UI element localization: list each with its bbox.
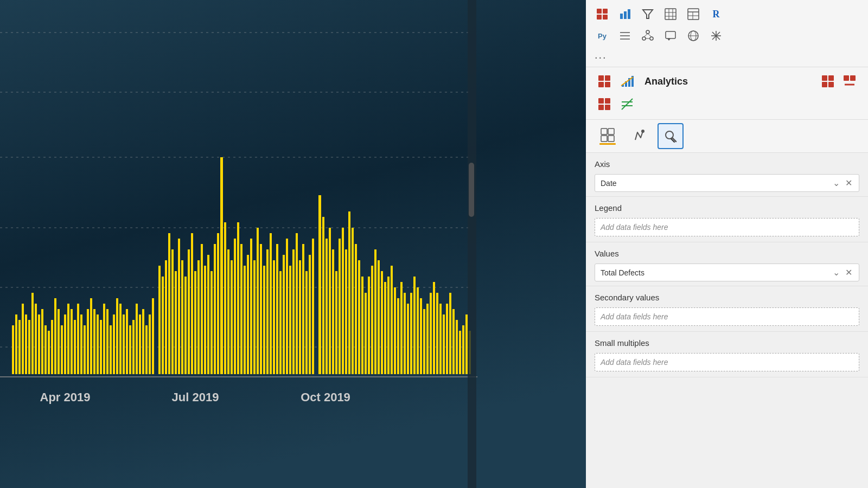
analytics-grid2-icon[interactable] xyxy=(818,72,838,91)
svg-rect-142 xyxy=(459,331,461,374)
fields-tab-icon[interactable] xyxy=(595,123,621,149)
toolbar-more-dots[interactable]: ... xyxy=(592,48,861,62)
svg-rect-7 xyxy=(12,325,14,374)
values-chip[interactable]: Total Defects ⌄ ✕ xyxy=(595,264,859,281)
table-icon[interactable] xyxy=(592,4,612,24)
svg-rect-136 xyxy=(439,304,442,374)
svg-marker-179 xyxy=(667,38,671,41)
network-icon[interactable] xyxy=(638,26,658,46)
svg-rect-76 xyxy=(240,244,242,374)
svg-rect-112 xyxy=(361,277,363,374)
svg-rect-28 xyxy=(80,314,82,374)
svg-rect-14 xyxy=(35,304,37,374)
filter-icon[interactable] xyxy=(638,4,658,24)
svg-rect-75 xyxy=(237,222,239,374)
legend-placeholder[interactable]: Add data fields here xyxy=(595,218,859,236)
svg-rect-197 xyxy=(828,75,834,81)
values-chip-chevron[interactable]: ⌄ xyxy=(832,267,841,278)
svg-point-214 xyxy=(641,130,644,133)
analytics-line-icon[interactable] xyxy=(617,72,637,91)
svg-rect-85 xyxy=(270,233,272,374)
svg-rect-130 xyxy=(420,298,422,374)
svg-rect-55 xyxy=(171,249,174,374)
svg-rect-27 xyxy=(77,304,79,374)
analytics-grid-icon[interactable] xyxy=(595,72,614,91)
axis-chip-chevron[interactable]: ⌄ xyxy=(832,178,841,188)
analytics-tab-icon[interactable] xyxy=(658,123,684,149)
values-label: Values xyxy=(586,242,868,261)
svg-rect-127 xyxy=(410,293,412,374)
table3-icon[interactable] xyxy=(684,4,703,24)
svg-rect-212 xyxy=(601,136,607,142)
svg-rect-30 xyxy=(87,309,89,374)
toolbar-row-1: R xyxy=(592,4,861,24)
svg-line-176 xyxy=(648,34,652,37)
svg-rect-68 xyxy=(214,244,216,374)
svg-rect-66 xyxy=(207,255,209,374)
svg-rect-100 xyxy=(322,217,324,374)
python-icon[interactable]: Py xyxy=(592,26,612,46)
svg-rect-155 xyxy=(603,15,608,20)
axis-chip[interactable]: Date ⌄ ✕ xyxy=(595,174,859,192)
fields-panel: Axis Date ⌄ ✕ Legend Add data fields her… xyxy=(586,153,868,488)
svg-rect-21 xyxy=(58,309,60,374)
chart-bar-icon[interactable] xyxy=(615,4,635,24)
svg-rect-0 xyxy=(0,0,586,488)
svg-rect-115 xyxy=(371,266,373,374)
globe-icon[interactable] xyxy=(684,26,703,46)
svg-rect-200 xyxy=(844,75,849,81)
svg-rect-189 xyxy=(598,82,604,87)
svg-rect-16 xyxy=(41,309,43,374)
svg-rect-123 xyxy=(397,298,399,374)
svg-rect-94 xyxy=(299,260,301,374)
svg-rect-59 xyxy=(184,277,187,374)
svg-rect-131 xyxy=(423,309,425,374)
svg-rect-60 xyxy=(188,249,190,374)
svg-rect-10 xyxy=(22,304,24,374)
axis-chip-close[interactable]: ✕ xyxy=(844,178,853,188)
format-tab-icon[interactable] xyxy=(626,123,652,149)
svg-rect-109 xyxy=(352,228,354,374)
lines-icon[interactable] xyxy=(615,26,635,46)
svg-rect-128 xyxy=(413,277,416,374)
svg-rect-199 xyxy=(828,82,834,87)
values-chip-close[interactable]: ✕ xyxy=(844,267,853,278)
snowflake-icon[interactable] xyxy=(706,26,726,46)
svg-rect-188 xyxy=(605,75,610,81)
grid-table-icon[interactable] xyxy=(661,4,680,24)
analytics-grid3-icon[interactable] xyxy=(595,94,614,114)
chart-svg: Apr 2019 Jul 2019 Oct 2019 xyxy=(0,0,586,488)
small-multiples-placeholder[interactable]: Add data fields here xyxy=(595,353,859,371)
svg-rect-35 xyxy=(103,304,105,374)
svg-rect-70 xyxy=(220,157,223,374)
svg-rect-36 xyxy=(106,309,108,374)
svg-rect-64 xyxy=(201,244,203,374)
svg-rect-24 xyxy=(67,304,69,374)
small-multiples-label: Small multiples xyxy=(586,332,868,351)
svg-rect-9 xyxy=(18,320,21,374)
svg-rect-137 xyxy=(443,314,445,374)
svg-rect-8 xyxy=(15,314,17,374)
svg-rect-160 xyxy=(665,9,676,20)
analytics-green-icon[interactable] xyxy=(617,94,637,114)
svg-rect-205 xyxy=(598,105,604,110)
values-chip-text: Total Defects xyxy=(601,268,828,277)
svg-rect-32 xyxy=(93,309,95,374)
svg-rect-91 xyxy=(289,266,291,374)
svg-rect-26 xyxy=(74,320,76,374)
svg-rect-203 xyxy=(598,98,604,104)
svg-rect-132 xyxy=(426,304,429,374)
svg-rect-49 xyxy=(149,314,151,374)
svg-rect-34 xyxy=(100,320,102,374)
svg-rect-56 xyxy=(175,271,177,374)
comment-icon[interactable] xyxy=(661,26,680,46)
r-lang-icon[interactable]: R xyxy=(706,4,726,24)
secondary-values-placeholder[interactable]: Add data fields here xyxy=(595,307,859,326)
svg-rect-39 xyxy=(116,298,118,374)
analytics-minus-icon[interactable] xyxy=(840,72,859,91)
svg-rect-42 xyxy=(126,309,128,374)
svg-rect-18 xyxy=(48,331,50,374)
svg-rect-210 xyxy=(601,129,607,134)
svg-rect-117 xyxy=(378,260,380,374)
svg-rect-156 xyxy=(620,14,623,19)
